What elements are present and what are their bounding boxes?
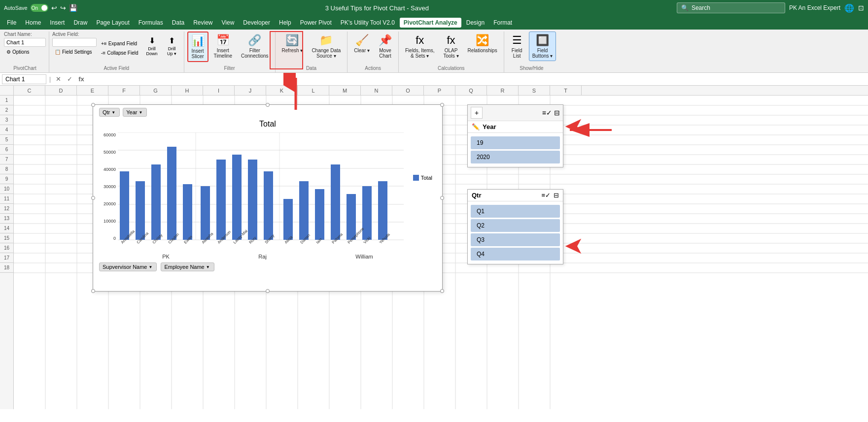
olap-tools-btn[interactable]: fx OLAPTools ▾ (440, 32, 462, 61)
menu-formulas[interactable]: Formulas (135, 18, 167, 28)
col-q[interactable]: Q (455, 86, 487, 95)
field-settings-btn[interactable]: 📋 Field Settings (52, 48, 97, 56)
col-r[interactable]: R (487, 86, 519, 95)
slicer-add-btn[interactable]: + (471, 107, 483, 119)
handle-tl[interactable] (91, 103, 95, 107)
handle-bc[interactable] (266, 289, 270, 293)
bar-persephone[interactable] (347, 194, 356, 240)
confirm-formula-icon[interactable]: ✓ (65, 74, 74, 84)
col-k[interactable]: K (266, 86, 298, 95)
handle-tr[interactable] (440, 103, 444, 107)
name-box[interactable] (2, 74, 46, 84)
save-icon[interactable]: 💾 (69, 4, 77, 12)
handle-br[interactable] (440, 289, 444, 293)
row-2[interactable]: 2 (0, 105, 13, 115)
row-11[interactable]: 11 (0, 194, 13, 204)
employee-name-filter[interactable]: Employee Name ▼ (161, 262, 214, 271)
menu-home[interactable]: Home (21, 18, 45, 28)
formula-input[interactable] (88, 75, 866, 84)
menu-pivotchart-analyze[interactable]: PivotChart Analyze (400, 18, 461, 28)
supervisor-name-filter[interactable]: Supvervisor Name ▼ (99, 262, 157, 271)
clear-btn[interactable]: 🧹 Clear ▾ (350, 32, 373, 56)
col-s[interactable]: S (519, 86, 550, 95)
menu-utility[interactable]: PK's Utility Tool V2.0 (337, 18, 399, 28)
row-6[interactable]: 6 (0, 145, 13, 155)
filter-connections-btn[interactable]: 🔗 FilterConnections (238, 32, 272, 61)
bar-rory[interactable] (248, 160, 257, 240)
insert-timeline-btn[interactable]: 📅 InsertTimeline (210, 32, 236, 61)
search-bar[interactable]: 🔍 Search (677, 2, 785, 13)
row-15[interactable]: 15 (0, 233, 13, 243)
bar-carolina[interactable] (136, 181, 145, 240)
active-field-input[interactable] (52, 38, 97, 47)
col-g[interactable]: G (140, 86, 172, 95)
globe-icon[interactable]: 🌐 (844, 3, 854, 13)
menu-developer[interactable]: Developer (239, 18, 274, 28)
drill-down-btn[interactable]: ⬇ DrillDown (143, 33, 161, 59)
row-8[interactable]: 8 (0, 164, 13, 174)
bar-darren[interactable] (299, 181, 309, 240)
menu-data[interactable]: Data (168, 18, 188, 28)
field-buttons-btn[interactable]: 🔲 FieldButtons ▾ (529, 32, 556, 61)
col-d[interactable]: D (45, 86, 77, 95)
restore-icon[interactable]: ⊡ (858, 4, 864, 12)
col-o[interactable]: O (392, 86, 424, 95)
col-t[interactable]: T (550, 86, 582, 95)
collapse-field-btn[interactable]: -≡ Collapse Field (99, 49, 141, 57)
bar-christy[interactable] (151, 164, 161, 240)
row-5[interactable]: 5 (0, 135, 13, 145)
row-18[interactable]: 18 (0, 263, 13, 273)
qtr-item-q1[interactable]: Q1 (471, 205, 560, 218)
col-c[interactable]: C (14, 86, 45, 95)
qtr-item-q3[interactable]: Q3 (471, 233, 560, 246)
handle-tc[interactable] (266, 103, 270, 107)
bar-aleesha[interactable] (201, 186, 210, 240)
col-i[interactable]: I (203, 86, 235, 95)
col-p[interactable]: P (424, 86, 455, 95)
bar-iain[interactable] (315, 189, 324, 240)
fields-items-sets-btn[interactable]: fx Fields, Items,& Sets ▾ (402, 32, 438, 61)
undo-icon[interactable]: ↩ (51, 4, 57, 12)
handle-bl[interactable] (91, 289, 95, 293)
bar-annabella[interactable] (120, 171, 129, 240)
menu-pagelayout[interactable]: Page Layout (92, 18, 133, 28)
bar-yehuda[interactable] (378, 181, 387, 240)
menu-powerpivot[interactable]: Power Pivot (296, 18, 336, 28)
year-item-2020[interactable]: 2020 (471, 151, 560, 163)
autosave-toggle[interactable]: On (31, 4, 48, 12)
bar-clayton[interactable] (167, 147, 176, 240)
qtr-filter-btn[interactable]: Qtr ▼ (99, 108, 120, 117)
row-12[interactable]: 12 (0, 204, 13, 214)
move-chart-btn[interactable]: 📌 MoveChart (375, 32, 395, 61)
cancel-formula-icon[interactable]: ✕ (54, 74, 63, 84)
relationships-btn[interactable]: 🔀 Relationships (464, 32, 501, 56)
insert-function-icon[interactable]: fx (76, 74, 86, 84)
col-f[interactable]: F (108, 86, 140, 95)
options-button[interactable]: ⚙ Options (4, 48, 32, 56)
year-filter-btn[interactable]: Year ▼ (123, 108, 147, 117)
row-1[interactable]: 1 (0, 96, 13, 105)
menu-insert[interactable]: Insert (46, 18, 69, 28)
row-16[interactable]: 16 (0, 243, 13, 253)
refresh-btn[interactable]: 🔄 Refresh ▾ (278, 32, 307, 56)
menu-design[interactable]: Design (462, 18, 488, 28)
redo-icon[interactable]: ↪ (60, 4, 66, 12)
bar-anderson[interactable] (216, 160, 226, 240)
menu-format[interactable]: Format (489, 18, 516, 28)
col-l[interactable]: L (298, 86, 329, 95)
bar-paloma[interactable] (331, 164, 340, 240)
bar-alicja[interactable] (283, 199, 293, 240)
bar-laceymai[interactable] (232, 155, 242, 240)
insert-slicer-btn[interactable]: 📊 InsertSlicer (187, 32, 208, 62)
qtr-filter-icon[interactable]: ⊟ (554, 192, 559, 199)
slicer-filter-icon[interactable]: ⊟ (554, 109, 560, 117)
expand-field-btn[interactable]: +≡ Expand Field (99, 39, 141, 48)
row-13[interactable]: 13 (0, 214, 13, 224)
year-slicer-pencil[interactable]: ✏️ (472, 123, 480, 130)
menu-file[interactable]: File (3, 18, 20, 28)
bar-sherry[interactable] (264, 171, 273, 240)
row-17[interactable]: 17 (0, 253, 13, 263)
chart-name-input[interactable] (4, 38, 46, 47)
row-4[interactable]: 4 (0, 125, 13, 135)
bar-ewan[interactable] (183, 184, 192, 240)
